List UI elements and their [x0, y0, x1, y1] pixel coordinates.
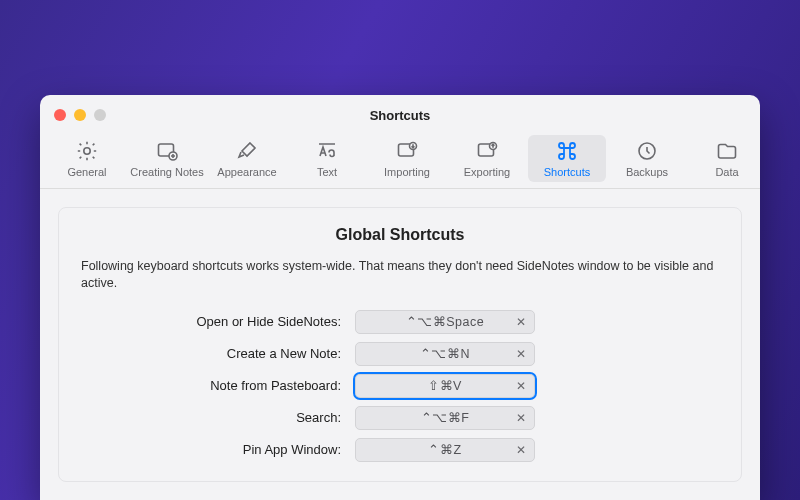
shortcut-field[interactable]: ⌃⌘Z ✕ — [355, 438, 535, 462]
svg-point-0 — [84, 148, 90, 154]
shortcut-field[interactable]: ⇧⌘V ✕ — [355, 374, 535, 398]
shortcut-value: ⇧⌘V — [356, 378, 534, 393]
import-icon — [394, 139, 420, 163]
tab-general[interactable]: General — [48, 135, 126, 182]
panel-heading: Global Shortcuts — [81, 226, 719, 244]
tab-label: Backups — [626, 166, 668, 178]
close-window-button[interactable] — [54, 109, 66, 121]
panel-description: Following keyboard shortcuts works syste… — [81, 258, 719, 292]
export-icon — [474, 139, 500, 163]
shortcut-value: ⌃⌘Z — [356, 442, 534, 457]
tab-data[interactable]: Data — [688, 135, 760, 182]
tab-creating-notes[interactable]: Creating Notes — [128, 135, 206, 182]
shortcut-value: ⌃⌥⌘F — [356, 410, 534, 425]
shortcut-row-open-hide: Open or Hide SideNotes: ⌃⌥⌘Space ✕ — [81, 310, 719, 334]
note-add-icon — [154, 139, 180, 163]
shortcut-row-note-from-pasteboard: Note from Pasteboard: ⇧⌘V ✕ — [81, 374, 719, 398]
tab-appearance[interactable]: Appearance — [208, 135, 286, 182]
backup-icon — [634, 139, 660, 163]
shortcut-label: Search: — [81, 410, 341, 425]
global-shortcuts-panel: Global Shortcuts Following keyboard shor… — [58, 207, 742, 482]
shortcut-label: Pin App Window: — [81, 442, 341, 457]
shortcut-label: Note from Pasteboard: — [81, 378, 341, 393]
content-area: Global Shortcuts Following keyboard shor… — [40, 189, 760, 500]
minimize-window-button[interactable] — [74, 109, 86, 121]
shortcut-field[interactable]: ⌃⌥⌘Space ✕ — [355, 310, 535, 334]
shortcut-field[interactable]: ⌃⌥⌘N ✕ — [355, 342, 535, 366]
tab-backups[interactable]: Backups — [608, 135, 686, 182]
clear-shortcut-button[interactable]: ✕ — [516, 407, 526, 429]
titlebar: Shortcuts — [40, 95, 760, 135]
clear-shortcut-button[interactable]: ✕ — [516, 375, 526, 397]
shortcut-field[interactable]: ⌃⌥⌘F ✕ — [355, 406, 535, 430]
window-title: Shortcuts — [40, 108, 760, 123]
command-icon — [554, 139, 580, 163]
shortcut-value: ⌃⌥⌘N — [356, 346, 534, 361]
tab-label: General — [67, 166, 106, 178]
tab-importing[interactable]: Importing — [368, 135, 446, 182]
clear-shortcut-button[interactable]: ✕ — [516, 343, 526, 365]
shortcut-value: ⌃⌥⌘Space — [356, 314, 534, 329]
text-icon — [314, 139, 340, 163]
traffic-lights — [54, 109, 106, 121]
tab-shortcuts[interactable]: Shortcuts — [528, 135, 606, 182]
clear-shortcut-button[interactable]: ✕ — [516, 439, 526, 461]
clear-shortcut-button[interactable]: ✕ — [516, 311, 526, 333]
tab-label: Appearance — [217, 166, 276, 178]
zoom-window-button[interactable] — [94, 109, 106, 121]
gear-icon — [74, 139, 100, 163]
data-folder-icon — [714, 139, 740, 163]
shortcut-rows: Open or Hide SideNotes: ⌃⌥⌘Space ✕ Creat… — [81, 310, 719, 462]
tab-label: Exporting — [464, 166, 510, 178]
shortcut-label: Create a New Note: — [81, 346, 341, 361]
brush-icon — [234, 139, 260, 163]
shortcut-row-pin-app-window: Pin App Window: ⌃⌘Z ✕ — [81, 438, 719, 462]
tab-label: Creating Notes — [130, 166, 203, 178]
shortcut-row-search: Search: ⌃⌥⌘F ✕ — [81, 406, 719, 430]
tab-label: Text — [317, 166, 337, 178]
preferences-window: Shortcuts General Creating Notes — [40, 95, 760, 500]
tab-text[interactable]: Text — [288, 135, 366, 182]
shortcut-label: Open or Hide SideNotes: — [81, 314, 341, 329]
tab-label: Importing — [384, 166, 430, 178]
shortcut-row-create-note: Create a New Note: ⌃⌥⌘N ✕ — [81, 342, 719, 366]
preferences-toolbar: General Creating Notes Appearance — [40, 135, 760, 189]
tab-label: Shortcuts — [544, 166, 590, 178]
tab-label: Data — [715, 166, 738, 178]
tab-exporting[interactable]: Exporting — [448, 135, 526, 182]
